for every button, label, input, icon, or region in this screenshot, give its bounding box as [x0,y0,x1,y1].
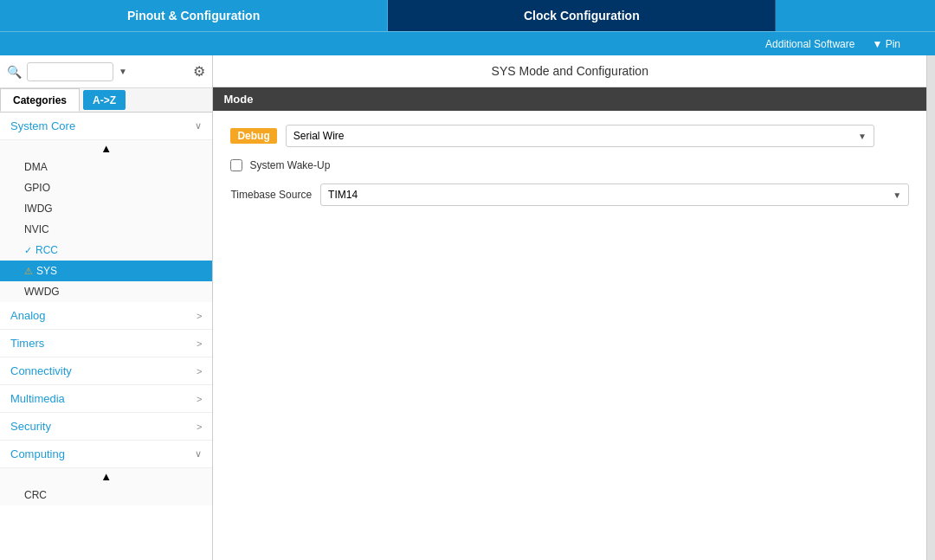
sidebar-item-sys[interactable]: ⚠ SYS [0,261,212,281]
system-core-items: ▲ DMA GPIO IWDG NVIC ✓ RCC [0,140,212,302]
computing-scroll-up[interactable]: ▲ [0,468,212,485]
scroll-up-icon: ▲ [100,142,112,155]
additional-software-link[interactable]: Additional Software [765,38,854,50]
system-core-chevron-icon: ∨ [195,120,202,132]
computing-scroll-up-icon: ▲ [100,470,112,483]
main-layout: 🔍 ▼ ⚙ Categories A->Z System Core ∨ ▲ [0,55,935,560]
category-system-core[interactable]: System Core ∨ [0,113,212,140]
system-core-label: System Core [10,119,75,132]
timers-label: Timers [10,337,44,350]
computing-chevron-icon: ∨ [195,448,202,460]
system-wakeup-checkbox[interactable] [230,159,242,171]
search-icon: 🔍 [7,65,22,79]
timebase-value: TIM14 [328,189,358,201]
debug-value: Serial Wire [293,130,345,142]
category-security[interactable]: Security > [0,413,212,441]
category-analog[interactable]: Analog > [0,302,212,330]
timebase-row: Timebase Source TIM14 ▼ [230,183,909,206]
tab-az[interactable]: A->Z [83,90,126,110]
search-input[interactable] [27,62,113,81]
security-chevron-icon: > [197,422,202,432]
gear-icon[interactable]: ⚙ [193,63,205,80]
clock-label: Clock Configuration [524,9,640,23]
analog-chevron-icon: > [197,311,202,321]
computing-items: ▲ CRC [0,468,212,505]
category-multimedia[interactable]: Multimedia > [0,385,212,413]
clock-tab[interactable]: Clock Configuration [388,0,776,31]
second-nav-row: Additional Software ▼ Pin [0,31,935,55]
timebase-select[interactable]: TIM14 ▼ [320,183,909,206]
security-label: Security [10,420,51,433]
debug-select[interactable]: Serial Wire ▼ [286,125,874,147]
scroll-up-indicator[interactable]: ▲ [0,140,212,157]
category-computing[interactable]: Computing ∨ [0,441,212,468]
search-dropdown-arrow-icon[interactable]: ▼ [119,67,127,76]
sidebar-item-crc[interactable]: CRC [0,485,212,505]
connectivity-label: Connectivity [10,364,72,377]
system-wakeup-label: System Wake-Up [249,159,330,171]
nav-right-spacer [776,0,935,31]
pin-label: ▼ Pin [872,38,900,50]
sidebar: 🔍 ▼ ⚙ Categories A->Z System Core ∨ ▲ [0,55,213,560]
multimedia-label: Multimedia [10,392,65,405]
computing-label: Computing [10,447,65,460]
timebase-select-arrow-icon: ▼ [893,190,901,200]
sidebar-item-wwdg[interactable]: WWDG [0,281,212,302]
connectivity-chevron-icon: > [197,366,202,377]
top-navigation: Pinout & Configuration Clock Configurati… [0,0,935,31]
category-connectivity[interactable]: Connectivity > [0,357,212,385]
pinout-tab[interactable]: Pinout & Configuration [0,0,388,31]
right-scrollbar[interactable] [926,55,935,560]
content-title: SYS Mode and Configuration [213,55,926,87]
system-wakeup-row: System Wake-Up [230,159,909,171]
sidebar-item-gpio[interactable]: GPIO [0,177,212,198]
rcc-check-icon: ✓ [24,245,32,256]
pinout-label: Pinout & Configuration [127,9,260,23]
content-area: SYS Mode and Configuration Mode Debug Se… [213,55,926,560]
debug-row: Debug Serial Wire ▼ [230,125,909,147]
sidebar-item-rcc[interactable]: ✓ RCC [0,240,212,261]
sys-warning-icon: ⚠ [24,266,33,277]
mode-section-header: Mode [213,87,926,111]
tab-bar: Categories A->Z [0,88,212,113]
timers-chevron-icon: > [197,338,202,349]
sidebar-item-dma[interactable]: DMA [0,157,212,177]
tab-categories[interactable]: Categories [0,88,80,112]
sidebar-item-nvic[interactable]: NVIC [0,219,212,240]
debug-badge: Debug [230,128,276,144]
category-timers[interactable]: Timers > [0,330,212,357]
sidebar-item-iwdg[interactable]: IWDG [0,198,212,219]
multimedia-chevron-icon: > [197,394,202,404]
sidebar-content: System Core ∨ ▲ DMA GPIO IWDG NVIC [0,113,212,560]
debug-select-arrow-icon: ▼ [858,132,867,141]
config-body: Debug Serial Wire ▼ System Wake-Up Timeb… [213,111,926,220]
timebase-label: Timebase Source [230,189,312,201]
analog-label: Analog [10,309,45,322]
search-bar: 🔍 ▼ ⚙ [0,55,212,88]
